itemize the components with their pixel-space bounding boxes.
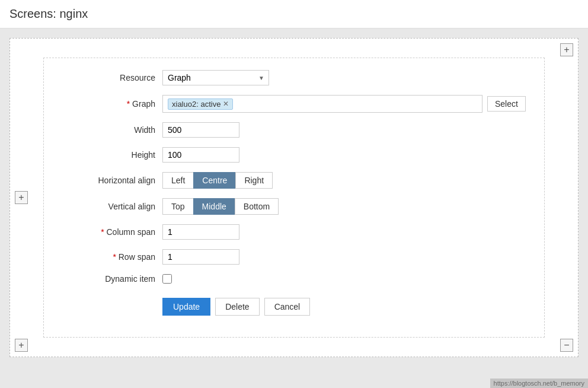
horizontal-align-group: Left Centre Right (162, 172, 273, 189)
resource-select[interactable]: Graph Text Image Map (162, 70, 269, 85)
page-header: Screens: nginx (0, 0, 588, 28)
add-button-bottom-left[interactable]: + (15, 339, 28, 352)
select-button[interactable]: Select (487, 96, 526, 112)
height-row: Height (56, 147, 532, 163)
height-input[interactable] (162, 147, 239, 163)
width-row: Width (56, 122, 532, 138)
resource-row: Resource Graph Text Image Map (56, 70, 532, 85)
vertical-middle-button[interactable]: Middle (193, 198, 235, 215)
dynamic-item-row: Dynamic item (56, 274, 532, 284)
horizontal-right-button[interactable]: Right (235, 172, 273, 189)
column-span-label: Column span (56, 227, 162, 237)
update-button[interactable]: Update (162, 298, 210, 316)
graph-tag: xialuo2: active ✕ (168, 98, 233, 110)
delete-button[interactable]: Delete (215, 298, 259, 316)
horizontal-align-label: Horizontal align (56, 176, 162, 185)
graph-row: Graph xialuo2: active ✕ Select (56, 95, 532, 113)
horizontal-centre-button[interactable]: Centre (193, 172, 236, 189)
horizontal-align-row: Horizontal align Left Centre Right (56, 172, 532, 189)
width-label: Width (56, 125, 162, 135)
action-buttons: Update Delete Cancel (162, 298, 310, 316)
add-button-left[interactable]: + (15, 191, 28, 204)
width-input[interactable] (162, 122, 239, 138)
row-span-input[interactable] (162, 249, 239, 265)
graph-tag-text: xialuo2: active (172, 100, 220, 109)
horizontal-left-button[interactable]: Left (162, 172, 194, 189)
inner-container: Resource Graph Text Image Map Graph (43, 58, 545, 338)
vertical-align-group: Top Middle Bottom (162, 198, 279, 215)
page-content: + + + − Resource Graph Text Image Map Gr… (0, 28, 588, 367)
vertical-top-button[interactable]: Top (162, 198, 194, 215)
row-span-row: Row span (56, 249, 532, 265)
vertical-bottom-button[interactable]: Bottom (235, 198, 279, 215)
resource-label: Resource (56, 73, 162, 82)
add-button-top-right[interactable]: + (560, 43, 573, 56)
height-label: Height (56, 150, 162, 160)
graph-label: Graph (56, 99, 162, 109)
column-span-row: Column span (56, 224, 532, 240)
vertical-align-label: Vertical align (56, 202, 162, 211)
dynamic-item-checkbox[interactable] (162, 274, 172, 284)
page-title: Screens: nginx (9, 7, 579, 21)
graph-input-wrapper: xialuo2: active ✕ Select (162, 95, 532, 113)
row-span-label: Row span (56, 252, 162, 262)
graph-tag-remove[interactable]: ✕ (223, 100, 229, 108)
dynamic-item-label: Dynamic item (56, 274, 162, 284)
resource-select-wrapper: Graph Text Image Map (162, 70, 269, 85)
outer-container: + + + − Resource Graph Text Image Map Gr… (9, 38, 579, 357)
cancel-button[interactable]: Cancel (264, 298, 311, 316)
graph-tag-input[interactable]: xialuo2: active ✕ (162, 95, 482, 113)
remove-button-bottom-right[interactable]: − (560, 339, 573, 352)
column-span-input[interactable] (162, 224, 239, 240)
action-buttons-row: Update Delete Cancel (56, 293, 532, 316)
vertical-align-row: Vertical align Top Middle Bottom (56, 198, 532, 215)
